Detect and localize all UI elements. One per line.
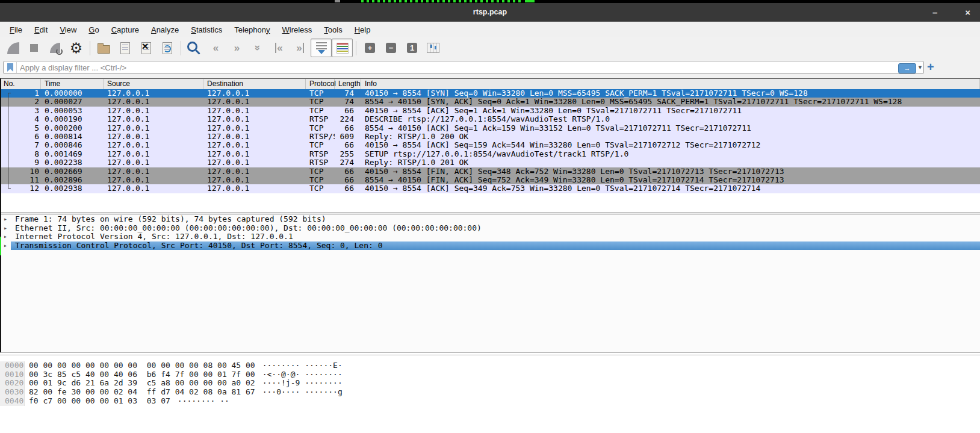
menu-file[interactable]: File <box>4 25 28 34</box>
hex-row[interactable]: 001000 3c 85 c5 40 00 40 06 b6 f4 7f 00 … <box>0 370 980 379</box>
colorize-button[interactable] <box>332 39 353 57</box>
close-file-button[interactable] <box>135 39 157 57</box>
hex-bytes[interactable]: 00 3c 85 c5 40 00 40 06 b6 f4 7f 00 00 0… <box>29 370 255 379</box>
toolbar-separator <box>356 41 356 55</box>
restart-capture-icon <box>50 43 60 53</box>
add-filter-button[interactable]: + <box>927 60 934 74</box>
first-packet-button: « <box>268 39 290 57</box>
packet-row-11[interactable]: 110.002896127.0.0.1127.0.0.1TCP668554 → … <box>0 176 980 184</box>
stop-capture-icon <box>30 44 38 52</box>
cell-no: 3 <box>0 107 41 115</box>
detail-row[interactable]: ▸Frame 1: 74 bytes on wire (592 bits), 7… <box>0 215 980 224</box>
detail-row[interactable]: ▸Internet Protocol Version 4, Src: 127.0… <box>0 232 980 241</box>
hex-ascii[interactable]: ·<··@·@· ········ <box>262 370 343 379</box>
minimize-button[interactable]: – <box>932 8 937 17</box>
find-packet-icon <box>187 42 197 52</box>
packet-row-12[interactable]: 120.002938127.0.0.1127.0.0.1TCP6640150 →… <box>0 184 980 193</box>
hex-ascii[interactable]: ········ ······E· <box>262 361 343 370</box>
cell-info: 40150 → 8554 [ACK] Seq=159 Ack=544 Win=3… <box>361 141 980 149</box>
packet-row-1[interactable]: 10.000000127.0.0.1127.0.0.1TCP7440150 → … <box>0 89 980 98</box>
reload-file-button[interactable] <box>157 39 178 57</box>
hex-bytes[interactable]: f0 c7 00 00 00 00 01 03 03 07 <box>29 397 170 406</box>
close-button[interactable]: × <box>965 8 970 17</box>
detail-row[interactable]: ▸Ethernet II, Src: 00:00:00_00:00:00 (00… <box>0 224 980 233</box>
menu-capture[interactable]: Capture <box>105 25 145 34</box>
menu-bar: FileEditViewGoCaptureAnalyzeStatisticsTe… <box>0 22 980 37</box>
hex-offset: 0030 <box>0 388 24 397</box>
pane-splitter[interactable] <box>0 352 980 355</box>
cell-info: DESCRIBE rtsp://127.0.0.1:8554/wavAudioT… <box>361 115 980 123</box>
hex-row[interactable]: 003082 00 fe 30 00 00 02 04 ff d7 04 02 … <box>0 388 980 397</box>
menu-statistics[interactable]: Statistics <box>185 25 228 34</box>
menu-help[interactable]: Help <box>349 25 377 34</box>
hex-row[interactable]: 0040f0 c7 00 00 00 00 01 03 03 07·······… <box>0 397 980 406</box>
hex-ascii[interactable]: ········ ·· <box>178 397 229 406</box>
cell-protocol: RTSP <box>306 115 335 123</box>
menu-tools[interactable]: Tools <box>318 25 348 34</box>
packet-row-10[interactable]: 100.002669127.0.0.1127.0.0.1TCP6640150 →… <box>0 167 980 176</box>
open-file-button[interactable] <box>93 39 114 57</box>
packet-row-9[interactable]: 90.002238127.0.0.1127.0.0.1RTSP274Reply:… <box>0 158 980 167</box>
packet-row-7[interactable]: 70.000846127.0.0.1127.0.0.1TCP6640150 → … <box>0 141 980 149</box>
column-header-info[interactable]: Info <box>361 79 980 89</box>
zoom-out-button[interactable]: − <box>380 39 402 57</box>
cell-destination: 127.0.0.1 <box>203 150 306 158</box>
resize-columns-button[interactable] <box>423 39 444 57</box>
menu-analyze[interactable]: Analyze <box>145 25 185 34</box>
hex-ascii[interactable]: ····!j-9 ········ <box>262 379 343 388</box>
packet-row-4[interactable]: 40.000190127.0.0.1127.0.0.1RTSP224DESCRI… <box>0 115 980 123</box>
hex-bytes[interactable]: 00 00 00 00 00 00 00 00 00 00 00 00 08 0… <box>29 361 255 370</box>
menu-go[interactable]: Go <box>82 25 105 34</box>
column-header-no[interactable]: No. <box>0 79 41 89</box>
hex-bytes[interactable]: 82 00 fe 30 00 00 02 04 ff d7 04 02 08 0… <box>29 388 255 397</box>
packet-row-2[interactable]: 20.000027127.0.0.1127.0.0.1TCP748554 → 4… <box>0 98 980 106</box>
detail-row[interactable]: ▸Transmission Control Protocol, Src Port… <box>0 241 980 251</box>
hex-bytes[interactable]: 00 01 9c d6 21 6a 2d 39 c5 a8 00 00 00 0… <box>29 379 255 388</box>
packet-row-3[interactable]: 30.000053127.0.0.1127.0.0.1TCP6640150 → … <box>0 107 980 115</box>
zoom-in-button[interactable]: + <box>359 39 380 57</box>
chevron-down-icon[interactable]: ▼ <box>917 64 923 70</box>
expander-icon[interactable]: ▸ <box>0 224 11 233</box>
cell-destination: 127.0.0.1 <box>203 107 306 115</box>
menu-telephony[interactable]: Telephony <box>228 25 276 34</box>
menu-edit[interactable]: Edit <box>28 25 54 34</box>
hex-row[interactable]: 000000 00 00 00 00 00 00 00 00 00 00 00 … <box>0 361 980 370</box>
auto-scroll-button[interactable] <box>311 39 332 57</box>
menu-view[interactable]: View <box>54 25 82 34</box>
hex-row[interactable]: 002000 01 9c d6 21 6a 2d 39 c5 a8 00 00 … <box>0 379 980 388</box>
window-controls: –× <box>932 3 970 22</box>
apply-filter-button[interactable]: → <box>898 63 916 73</box>
cell-info: 8554 → 40150 [FIN, ACK] Seq=752 Ack=349 … <box>361 176 980 184</box>
column-header-length[interactable]: Length <box>335 79 361 89</box>
cell-info: 40150 → 8554 [SYN] Seq=0 Win=33280 Len=0… <box>361 89 980 98</box>
capture-options-button[interactable] <box>66 39 87 57</box>
find-packet-button[interactable] <box>184 39 205 57</box>
cell-time: 0.002669 <box>41 167 104 176</box>
cell-destination: 127.0.0.1 <box>203 141 306 149</box>
detail-text: Ethernet II, Src: 00:00:00_00:00:00 (00:… <box>11 224 980 233</box>
cell-length: 66 <box>335 176 361 184</box>
packet-row-5[interactable]: 50.000200127.0.0.1127.0.0.1TCP668554 → 4… <box>0 124 980 132</box>
menu-wireless[interactable]: Wireless <box>276 25 318 34</box>
column-header-time[interactable]: Time <box>41 79 104 89</box>
expander-icon[interactable]: ▸ <box>0 215 11 224</box>
save-file-icon <box>120 42 130 54</box>
column-header-protocol[interactable]: Protocol <box>306 79 335 89</box>
packet-row-6[interactable]: 60.000814127.0.0.1127.0.0.1RTSP/S…609Rep… <box>0 132 980 141</box>
go-to-packet-button: » <box>247 39 268 57</box>
expander-icon[interactable]: ▸ <box>0 232 11 241</box>
start-capture-icon <box>7 42 19 54</box>
cell-destination: 127.0.0.1 <box>203 89 306 98</box>
cell-no: 11 <box>0 176 41 184</box>
expander-icon[interactable]: ▸ <box>0 241 11 251</box>
zoom-out-icon: − <box>386 43 396 53</box>
cell-length: 74 <box>335 89 361 98</box>
packet-row-8[interactable]: 80.001469127.0.0.1127.0.0.1RTSP255SETUP … <box>0 150 980 158</box>
detail-text: Frame 1: 74 bytes on wire (592 bits), 74… <box>11 215 980 224</box>
cell-destination: 127.0.0.1 <box>203 98 306 106</box>
column-header-destination[interactable]: Destination <box>203 79 306 89</box>
hex-ascii[interactable]: ···0···· ·······g <box>262 388 343 397</box>
column-header-source[interactable]: Source <box>104 79 203 89</box>
zoom-original-button[interactable]: 1 <box>402 39 423 57</box>
display-filter-input[interactable] <box>3 61 924 74</box>
